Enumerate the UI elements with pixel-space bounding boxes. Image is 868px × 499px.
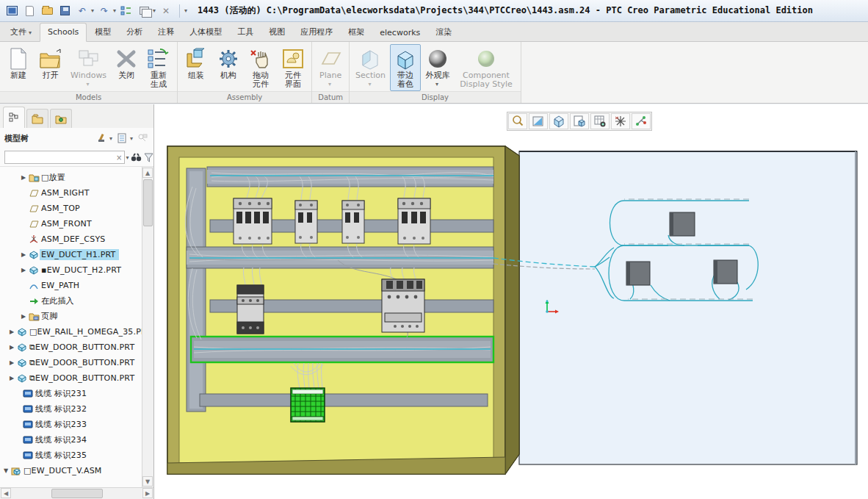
redo-icon[interactable]: ↷ <box>97 4 112 18</box>
part-icon <box>16 373 28 384</box>
tree-search-input[interactable] <box>5 152 114 162</box>
appearance-gallery-button[interactable]: 外观库 ▾ <box>422 44 453 90</box>
tree-item[interactable]: ASM_FRONT <box>0 216 142 231</box>
tree-item[interactable]: ASM_DEF_CSYS <box>0 231 142 247</box>
tab-tools[interactable]: 工具 <box>230 23 261 41</box>
expand-arrow[interactable]: ▶ <box>7 344 16 351</box>
expand-arrow[interactable]: ▶ <box>7 375 16 381</box>
expand-arrow[interactable]: ▶ <box>19 251 28 258</box>
horizontal-scroll-thumb[interactable] <box>51 489 103 498</box>
tab-applications[interactable]: 应用程序 <box>293 23 340 41</box>
favorites-tab[interactable] <box>50 109 72 128</box>
filter-funnel-icon[interactable] <box>144 151 153 163</box>
tab-manikin[interactable]: 人体模型 <box>182 23 229 41</box>
mechanism-button[interactable]: 机构 <box>213 44 244 82</box>
scroll-up-arrow[interactable]: ▲ <box>142 168 153 178</box>
expand-arrow[interactable]: ▶ <box>7 329 16 335</box>
search-clear-icon[interactable]: × <box>114 154 124 162</box>
terminal-block[interactable] <box>291 388 325 422</box>
expand-arrow[interactable]: ▶ <box>19 267 28 273</box>
plane-button[interactable]: Plane ▾ <box>315 44 346 90</box>
assemble-button[interactable]: 组装 <box>181 44 211 82</box>
creo-window: ↶▾ ↷▾ ▾ ✕ ▾ 1443 (活动的) C:\ProgramData\el… <box>0 0 868 499</box>
scroll-right-arrow[interactable]: ▶ <box>142 488 153 498</box>
tab-view[interactable]: 视图 <box>261 23 292 41</box>
model-tree-tab[interactable] <box>3 107 25 128</box>
open-icon[interactable] <box>40 4 54 18</box>
tab-elecworks[interactable]: elecworks <box>372 24 427 41</box>
tree-search-locked-icon[interactable] <box>136 132 149 145</box>
tree-settings-icon[interactable] <box>115 132 129 145</box>
component-display-style-button[interactable]: Component Display Style <box>455 44 518 91</box>
assemble-icon <box>184 46 209 71</box>
tab-file[interactable]: 文件▾ <box>3 23 39 41</box>
group-label-models: Models <box>0 91 177 103</box>
tree-item[interactable]: 在此插入 <box>0 293 142 309</box>
tree-item[interactable]: ▶⧉EW_DOOR_BUTTON.PRT <box>0 355 142 370</box>
redo-dropdown[interactable]: ▾ <box>113 7 116 14</box>
tree-item[interactable]: ▶□EW_RAIL_H_OMEGA_35.PRT <box>0 324 142 340</box>
tree-item[interactable]: ▶⧉EW_DOOR_BUTTON.PRT <box>0 340 142 355</box>
search-dropdown[interactable]: ▾ <box>126 154 129 161</box>
windows-button[interactable]: Windows ▾ <box>68 44 109 90</box>
vertical-scroll-thumb[interactable] <box>143 179 153 226</box>
collapse-arrow[interactable]: ▼ <box>1 467 10 474</box>
tree-item[interactable]: ▼□EW_DUCT_V.ASM <box>0 463 142 478</box>
tab-analysis[interactable]: 分析 <box>119 23 150 41</box>
folder-browser-tab[interactable] <box>26 109 48 128</box>
new-button[interactable]: 新建 <box>3 44 34 82</box>
tab-schools[interactable]: Schools <box>40 23 87 42</box>
door-panel[interactable] <box>519 151 857 464</box>
tree-item[interactable]: ASM_TOP <box>0 201 142 216</box>
tree-item[interactable]: 线缆 标识234 <box>0 432 142 448</box>
tree-item[interactable]: ASM_RIGHT <box>0 185 142 201</box>
section-button[interactable]: Section ▾ <box>352 44 388 90</box>
close-window-icon[interactable]: ✕ <box>159 4 173 18</box>
tab-model[interactable]: 模型 <box>87 23 118 41</box>
graphics-viewport[interactable] <box>154 104 868 499</box>
quick-access-customize-icon[interactable]: ▾ <box>184 7 187 14</box>
tree-vertical-scrollbar[interactable]: ▲ ▼ <box>142 167 153 487</box>
tab-render[interactable]: 渲染 <box>428 23 459 41</box>
csys-icon <box>28 234 40 245</box>
shaded-with-edges-button[interactable]: 带边着色 <box>390 44 421 91</box>
tree-settings-dropdown[interactable]: ▾ <box>130 135 133 142</box>
regenerate-button[interactable]: 重新生成 <box>143 44 174 91</box>
windows-arrange-icon[interactable] <box>137 4 151 18</box>
tree-item[interactable]: ▶⧉EW_DOOR_BUTTON.PRT <box>0 370 142 386</box>
windows-arrange-dropdown[interactable]: ▾ <box>153 7 156 14</box>
tree-horizontal-scrollbar[interactable]: ◀ ▶ <box>0 487 153 499</box>
tab-framework[interactable]: 框架 <box>341 23 372 41</box>
open-button[interactable]: 打开 <box>35 44 66 82</box>
3d-scene[interactable] <box>154 104 868 499</box>
tree-item[interactable]: 线缆 标识235 <box>0 448 142 463</box>
expand-arrow[interactable]: ▶ <box>19 313 28 320</box>
regenerate-icon[interactable] <box>119 4 134 18</box>
tree-item[interactable]: EW_PATH <box>0 278 142 293</box>
undo-dropdown[interactable]: ▾ <box>91 7 94 14</box>
tree-item[interactable]: ▶□放置 <box>0 170 142 185</box>
tree-item-selected[interactable]: ▶EW_DUCT_H1.PRT <box>0 247 142 262</box>
tree-item[interactable]: 线缆 标识231 <box>0 386 142 401</box>
tree-item[interactable]: ▶▪EW_DUCT_H2.PRT <box>0 262 142 278</box>
scroll-left-arrow[interactable]: ◀ <box>1 488 11 498</box>
save-icon[interactable] <box>57 4 72 18</box>
tree-item[interactable]: 线缆 标识233 <box>0 417 142 432</box>
tree-search-box[interactable]: × <box>4 151 125 164</box>
scroll-down-arrow[interactable]: ▼ <box>142 476 153 487</box>
tree-tools-dropdown[interactable]: ▾ <box>109 135 112 142</box>
tree-tools-icon[interactable] <box>95 132 108 145</box>
tab-annotate[interactable]: 注释 <box>151 23 181 41</box>
drag-components-button[interactable]: 拖动元件 <box>245 44 276 91</box>
undo-icon[interactable]: ↶ <box>75 4 90 18</box>
app-icon[interactable] <box>4 4 19 18</box>
expand-arrow[interactable]: ▶ <box>19 174 28 181</box>
find-binoculars-icon[interactable] <box>131 151 142 163</box>
new-icon[interactable] <box>22 4 37 18</box>
tree-item[interactable]: 线缆 标识232 <box>0 401 142 417</box>
title-bar: ↶▾ ↷▾ ▾ ✕ ▾ 1443 (活动的) C:\ProgramData\el… <box>0 0 868 22</box>
component-interface-button[interactable]: 元件界面 <box>278 44 308 91</box>
expand-arrow[interactable]: ▶ <box>7 359 16 366</box>
tree-item[interactable]: ▶页脚 <box>0 309 142 324</box>
close-button[interactable]: 关闭 <box>111 44 142 82</box>
